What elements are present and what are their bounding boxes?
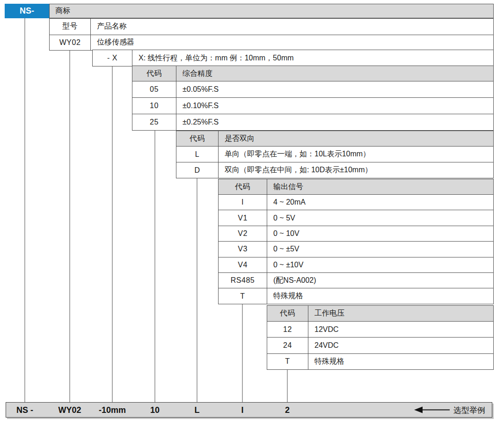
connector-line [24,18,25,402]
model-table: 型号产品名称WY02位移传感器 [49,18,494,51]
value-cell: 特殊规格 [308,354,493,369]
code-cell: 12 [267,322,308,337]
value-cell: 特殊规格 [267,288,493,303]
connector-line [242,303,243,402]
code-cell: L [176,147,219,162]
code-cell: RS485 [219,273,267,288]
value-cell: 12VDC [308,322,493,337]
code-cell: V3 [219,242,267,257]
table-row: T特殊规格 [219,288,493,303]
table-row: 05±0.05%F.S [132,81,493,97]
example-bar-segment: 2 [285,405,290,415]
value-cell: 0 ~ 5V [267,210,493,225]
code-cell: 25 [132,114,176,130]
arrow-tail-line [423,409,450,411]
value-cell: ±0.05%F.S [176,81,493,97]
table-row: RS485(配NS-A002) [219,272,493,288]
trademark-row: 商标 [49,4,494,18]
code-cell: I [219,195,267,210]
direction-table: 代码是否双向L单向（即零点在一端，如：10L表示10mm）D双向（即零点在中间，… [176,131,494,178]
table-row: 1212VDC [267,321,493,337]
value-header-cell: 输出信号 [267,179,493,194]
connector-line [287,369,288,402]
voltage-table: 代码工作电压1212VDC2424VDCT特殊规格 [267,305,494,370]
example-bar: NS -WY02-10mm10LI2 选型举例 [6,402,492,418]
code-cell: T [219,288,267,303]
trademark-label: 商标 [55,6,70,16]
value-cell: (配NS-A002) [267,273,493,288]
example-bar-segment: WY02 [58,405,81,415]
connector-line [69,50,70,402]
code-header-cell: 代码 [267,306,308,321]
code-header-cell: 代码 [176,131,219,146]
stroke-table-row: - X X: 线性行程，单位为：mm 例：10mm，50mm [93,50,493,66]
code-cell: D [176,162,219,178]
table-header-row: 代码是否双向 [176,131,493,146]
value-cell: ±0.25%F.S [176,114,493,130]
code-cell: V1 [219,210,267,225]
table-header-row: 代码综合精度 [132,66,493,81]
code-cell: 05 [132,81,176,97]
output-signal-table: 代码输出信号I4 ~ 20mAV10 ~ 5VV20 ~ 10VV30 ~ ±5… [218,179,494,304]
table-row: V40 ~ ±10V [219,257,493,272]
value-cell: 双向（即零点在中间，如: 10D表示±10mm） [219,162,493,178]
code-cell: 24 [267,338,308,353]
table-row: 2424VDC [267,337,493,353]
table-header-row: 代码输出信号 [219,179,493,194]
value-header-cell: 综合精度 [176,66,493,81]
value-cell: 4 ~ 20mA [267,195,493,210]
value-cell: 0 ~ ±10V [267,257,493,272]
example-bar-segment: -10mm [99,405,126,415]
value-header-cell: 是否双向 [219,131,493,146]
table-row: 10±0.10%F.S [132,97,493,114]
table-row: WY02位移传感器 [50,35,493,51]
model-selection-diagram: NS- 商标 型号产品名称WY02位移传感器 - X X: 线性行程，单位为：m… [0,0,504,426]
value-cell: 0 ~ 10V [267,226,493,241]
table-row: I4 ~ 20mA [219,194,493,210]
table-header-row: 代码工作电压 [267,306,493,321]
stroke-desc-cell: X: 线性行程，单位为：mm 例：10mm，50mm [132,50,493,66]
stroke-row: - X X: 线性行程，单位为：mm 例：10mm，50mm [92,50,494,66]
code-cell: V2 [219,226,267,241]
value-cell: 位移传感器 [91,35,493,51]
arrow-left-icon [414,407,423,413]
code-header-cell: 代码 [132,66,176,81]
example-arrow: 选型举例 [414,404,485,415]
example-bar-segment: 10 [150,405,160,415]
example-bar-segment: L [195,405,200,415]
stroke-code-cell: - X [93,50,132,66]
table-row: 型号产品名称 [50,19,493,35]
accuracy-table: 代码综合精度05±0.05%F.S10±0.10%F.S25±0.25%F.S [132,66,494,131]
code-cell: T [267,354,308,369]
code-cell: WY02 [50,35,91,51]
value-header-cell: 工作电压 [308,306,493,321]
example-bar-segment: I [241,405,243,415]
brand-prefix-cell: NS- [5,4,49,18]
code-cell: 10 [132,98,176,114]
value-cell: ±0.10%F.S [176,98,493,114]
example-arrow-label: 选型举例 [453,404,485,415]
connector-line [154,130,155,402]
value-cell: 24VDC [308,338,493,353]
table-row: L单向（即零点在一端，如：10L表示10mm） [176,146,493,162]
code-cell: 型号 [50,19,91,35]
connector-line [112,66,113,402]
example-bar-segment: NS - [16,405,33,415]
table-row: V30 ~ ±5V [219,241,493,257]
code-cell: V4 [219,257,267,272]
connector-line [197,177,197,402]
value-cell: 单向（即零点在一端，如：10L表示10mm） [219,147,493,162]
table-row: V10 ~ 5V [219,210,493,225]
value-cell: 0 ~ ±5V [267,242,493,257]
table-row: 25±0.25%F.S [132,114,493,130]
value-cell: 产品名称 [91,19,493,35]
table-row: V20 ~ 10V [219,226,493,241]
code-header-cell: 代码 [219,179,267,194]
table-row: D双向（即零点在中间，如: 10D表示±10mm） [176,162,493,178]
table-row: T特殊规格 [267,353,493,369]
